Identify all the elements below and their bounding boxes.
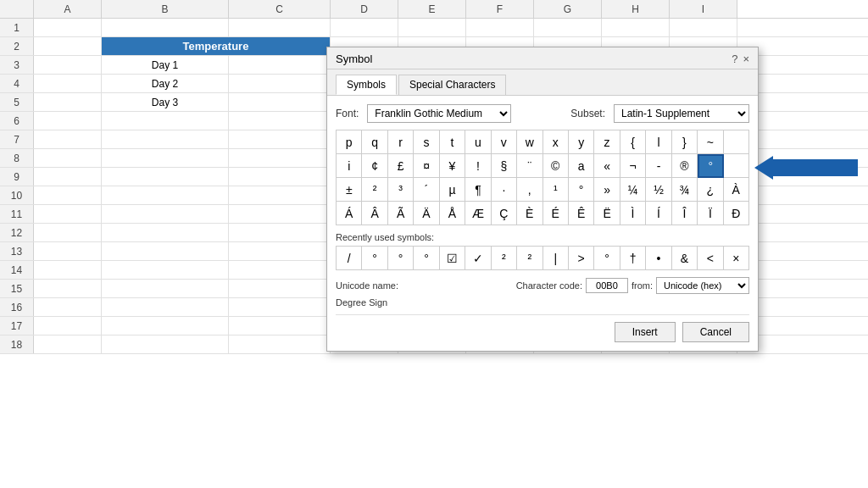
cell-c1[interactable]: [229, 19, 331, 36]
rec-cell[interactable]: /: [337, 247, 362, 270]
sym-cell[interactable]: v: [492, 130, 517, 154]
rec-cell[interactable]: >: [569, 247, 594, 270]
sym-cell[interactable]: ¨: [517, 154, 542, 178]
sym-cell[interactable]: µ: [440, 178, 465, 202]
tab-symbols[interactable]: Symbols: [336, 75, 397, 95]
sym-cell[interactable]: l: [646, 130, 671, 154]
cell-a5[interactable]: [34, 93, 102, 111]
sym-cell[interactable]: Ê: [569, 202, 594, 225]
sym-cell[interactable]: Ð: [724, 202, 749, 225]
sym-cell[interactable]: ~: [698, 130, 723, 154]
sym-cell[interactable]: r: [388, 130, 414, 154]
sym-cell[interactable]: ¶: [465, 178, 491, 202]
help-button[interactable]: ?: [732, 53, 737, 65]
sym-cell[interactable]: ²: [362, 178, 387, 202]
sym-cell[interactable]: ±: [337, 178, 362, 202]
cell-a1[interactable]: [34, 19, 102, 36]
sym-cell[interactable]: a: [569, 154, 594, 178]
sym-cell[interactable]: Á: [337, 202, 362, 225]
sym-cell[interactable]: Í: [646, 202, 671, 225]
sym-cell[interactable]: Ç: [492, 202, 517, 225]
sym-cell[interactable]: Ä: [414, 202, 439, 225]
rec-cell[interactable]: ×: [724, 247, 749, 270]
sym-cell[interactable]: À: [724, 178, 749, 202]
sym-cell[interactable]: [724, 130, 749, 154]
sym-cell[interactable]: ¤: [414, 154, 439, 178]
rec-cell[interactable]: °: [362, 247, 387, 270]
sym-cell[interactable]: ¾: [672, 178, 698, 202]
sym-cell[interactable]: È: [517, 202, 542, 225]
sym-cell[interactable]: Ì: [620, 202, 646, 225]
insert-button[interactable]: Insert: [615, 322, 676, 342]
sym-cell[interactable]: u: [465, 130, 491, 154]
sym-cell[interactable]: {: [620, 130, 646, 154]
cell-h1[interactable]: [602, 19, 670, 36]
sym-cell[interactable]: !: [465, 154, 491, 178]
sym-cell[interactable]: §: [492, 154, 517, 178]
rec-cell[interactable]: °: [414, 247, 439, 270]
cell-d1[interactable]: [331, 19, 398, 36]
sym-cell[interactable]: -: [646, 154, 671, 178]
sym-cell[interactable]: z: [594, 130, 620, 154]
cell-f1[interactable]: [466, 19, 534, 36]
rec-cell[interactable]: °: [594, 247, 620, 270]
sym-cell[interactable]: °: [569, 178, 594, 202]
rec-cell[interactable]: ✓: [465, 247, 491, 270]
cell-c3[interactable]: [229, 56, 331, 74]
cell-a2[interactable]: [34, 37, 102, 55]
sym-cell[interactable]: ·: [492, 178, 517, 202]
sym-cell[interactable]: ½: [646, 178, 671, 202]
sym-cell[interactable]: ¿: [698, 178, 723, 202]
rec-cell[interactable]: <: [698, 247, 723, 270]
from-select[interactable]: Unicode (hex): [656, 277, 749, 294]
sym-cell-selected[interactable]: °: [698, 154, 723, 178]
cell-b1[interactable]: [102, 19, 229, 36]
cell-g1[interactable]: [534, 19, 602, 36]
sym-cell[interactable]: ³: [388, 178, 414, 202]
cell-i1[interactable]: [670, 19, 737, 36]
sym-cell[interactable]: É: [543, 202, 569, 225]
cell-e1[interactable]: [398, 19, 466, 36]
sym-cell[interactable]: »: [594, 178, 620, 202]
cell-c4[interactable]: [229, 75, 331, 92]
sym-cell[interactable]: ¥: [440, 154, 465, 178]
sym-cell[interactable]: i: [337, 154, 362, 178]
rec-cell[interactable]: ²: [517, 247, 542, 270]
sym-cell[interactable]: ¢: [362, 154, 387, 178]
sym-cell[interactable]: Ã: [388, 202, 414, 225]
rec-cell[interactable]: |: [543, 247, 569, 270]
rec-cell[interactable]: •: [646, 247, 671, 270]
char-code-input[interactable]: [586, 278, 628, 293]
subset-select[interactable]: Latin-1 Supplement: [614, 104, 749, 123]
cell-temperature-header[interactable]: Temperature: [102, 37, 331, 55]
sym-cell[interactable]: £: [388, 154, 414, 178]
close-button[interactable]: ×: [743, 53, 749, 65]
sym-cell[interactable]: ´: [414, 178, 439, 202]
sym-cell[interactable]: Æ: [465, 202, 491, 225]
sym-cell[interactable]: Å: [440, 202, 465, 225]
sym-cell[interactable]: t: [440, 130, 465, 154]
sym-cell[interactable]: Ë: [594, 202, 620, 225]
rec-cell[interactable]: &: [672, 247, 698, 270]
cell-day3[interactable]: Day 3: [102, 93, 229, 111]
sym-cell[interactable]: p: [337, 130, 362, 154]
sym-cell[interactable]: ®: [672, 154, 698, 178]
sym-cell[interactable]: [724, 154, 749, 178]
sym-cell[interactable]: ©: [543, 154, 569, 178]
font-select[interactable]: Franklin Gothic Medium: [367, 104, 511, 123]
sym-cell[interactable]: Î: [672, 202, 698, 225]
cancel-button[interactable]: Cancel: [682, 322, 749, 342]
cell-a3[interactable]: [34, 56, 102, 74]
rec-cell[interactable]: °: [388, 247, 414, 270]
sym-cell[interactable]: «: [594, 154, 620, 178]
tab-special-characters[interactable]: Special Characters: [398, 75, 506, 95]
rec-cell[interactable]: †: [620, 247, 646, 270]
sym-cell[interactable]: ¼: [620, 178, 646, 202]
rec-cell[interactable]: ²: [492, 247, 517, 270]
rec-cell[interactable]: ☑: [440, 247, 465, 270]
sym-cell[interactable]: w: [517, 130, 542, 154]
sym-cell[interactable]: ,: [517, 178, 542, 202]
sym-cell[interactable]: s: [414, 130, 439, 154]
sym-cell[interactable]: ¹: [543, 178, 569, 202]
sym-cell[interactable]: ¬: [620, 154, 646, 178]
